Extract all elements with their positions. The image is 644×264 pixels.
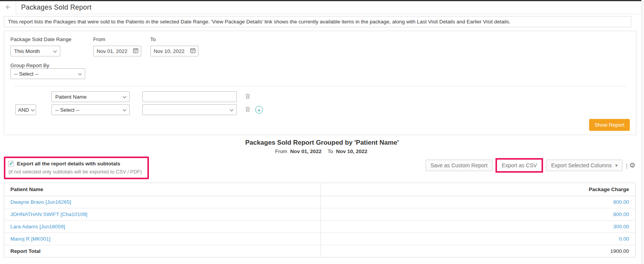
export-subtotals-note: (if not selected only subtotals will be … [8,169,142,175]
condition-row-2: AND -- Select -- + [10,104,630,115]
export-subtotals-label: Export all the report details with subto… [17,161,120,167]
group-by-label: Group Report By [10,63,49,68]
filter-divider [14,86,626,86]
annotation-highlight-export-csv: Export as CSV [495,158,543,173]
report-date-range: From Nov 01, 2022 To Nov 10, 2022 [0,148,644,154]
export-selected-columns-label: Export Selected Columns [551,162,612,168]
condition-2-delete-button[interactable] [245,106,250,114]
date-range-select[interactable]: This Month [10,46,60,56]
date-range-label: Package Sold Date Range [10,36,76,42]
report-total-label: Report Total [4,245,321,257]
package-charge-value: 0.00 [321,233,636,245]
package-charge-value: 800.00 [321,196,636,208]
chevron-down-icon [230,107,234,111]
chevron-down-icon [78,71,82,75]
calendar-icon [133,48,139,54]
trash-icon [245,93,250,101]
vertical-scrollbar[interactable] [641,0,644,264]
report-heading: Packages Sold Report Grouped by 'Patient… [0,139,644,154]
patient-link[interactable]: Lara Adams [Jun16059] [10,224,65,229]
condition-2-operator-select[interactable]: AND [15,104,36,115]
export-subtotals-checkbox[interactable] [8,161,14,167]
page-title: Packages Sold Report [21,3,91,12]
patient-link[interactable]: Dwayne Bravo [Jun16265] [10,199,71,205]
report-toolbar: Export all the report details with subto… [4,157,636,179]
annotation-highlight-export-subtotals: Export all the report details with subto… [4,157,149,179]
export-csv-button[interactable]: Export as CSV [497,160,542,171]
condition-2-value-select[interactable] [142,104,237,115]
filter-panel: Package Sold Date Range This Month From … [4,31,636,135]
table-header-row: Patient Name Package Charge [4,183,636,196]
report-total-value: 1900.00 [321,245,636,257]
to-date-field [150,46,198,56]
column-header-patient-name[interactable]: Patient Name [4,183,321,196]
report-total-row: Report Total 1900.00 [4,245,636,257]
export-buttons: Save as Custom Report Export as CSV Expo… [426,158,636,173]
chevron-down-icon [31,107,35,111]
report-description: This report lists the Packages that were… [4,16,631,27]
condition-2-field-select[interactable]: -- Select -- [51,104,130,115]
range-from-value: Nov 01, 2022 [290,148,322,154]
condition-2-field-selected: -- Select -- [55,107,79,113]
calendar-icon [190,48,196,54]
toolbar-separator: | [626,162,627,169]
from-calendar-button[interactable] [130,46,141,56]
table-row: JOHNATHAN SWIFT [Cha10109] 800.00 [4,208,636,221]
date-range-group: Package Sold Date Range This Month [10,36,76,56]
chevron-down-icon [53,49,57,53]
package-charge-value: 800.00 [321,208,636,221]
group-by-selected: -- Select -- [14,71,38,77]
to-calendar-button[interactable] [188,46,198,56]
condition-row-1: Patient Name [10,91,630,102]
save-custom-report-button[interactable]: Save as Custom Report [426,160,493,171]
to-date-group: To [150,36,198,56]
from-date-field [93,46,141,56]
caret-down-icon: ▾ [615,163,618,168]
condition-1-value-input[interactable] [143,94,236,100]
range-from-label: From [275,148,287,154]
patient-link[interactable]: JOHNATHAN SWIFT [Cha10109] [10,211,88,217]
packages-sold-table: Patient Name Package Charge Dwayne Bravo… [4,183,636,257]
report-title: Packages Sold Report Grouped by 'Patient… [0,139,644,147]
from-label: From [93,36,141,42]
export-subtotals-option[interactable]: Export all the report details with subto… [8,161,142,167]
export-selected-columns-button[interactable]: Export Selected Columns ▾ [546,160,623,171]
group-by-select[interactable]: -- Select -- [10,68,85,79]
add-condition-button[interactable]: + [255,106,263,114]
chevron-down-icon [123,107,127,111]
range-to-value: Nov 10, 2022 [336,148,368,154]
condition-1-value-field [142,91,237,102]
date-range-selected: This Month [14,48,40,54]
chevron-down-icon [123,94,127,98]
settings-gear-button[interactable]: ⚙ [629,162,636,169]
table-row: Lara Adams [Jun16059] 300.00 [4,221,636,233]
to-date-input[interactable] [151,48,188,54]
table-row: Manoj R [MK001] 0.00 [4,233,636,245]
condition-1-field-select[interactable]: Patient Name [51,91,130,102]
group-by-group: Group Report By -- Select -- [10,63,630,79]
trash-icon [245,106,250,114]
arrow-left-icon [4,4,12,12]
from-date-group: From [93,36,141,56]
back-button[interactable] [0,1,16,14]
plus-circle-icon: + [255,106,263,114]
from-date-input[interactable] [94,48,130,54]
condition-1-delete-button[interactable] [245,93,250,101]
to-label: To [150,36,198,42]
range-to-label: To [328,148,333,154]
condition-2-operator-selected: AND [18,107,29,113]
column-header-package-charge[interactable]: Package Charge [321,183,636,196]
table-row: Dwayne Bravo [Jun16265] 800.00 [4,196,636,208]
patient-link[interactable]: Manoj R [MK001] [10,236,50,242]
app-header: Packages Sold Report [0,1,644,14]
package-charge-value: 300.00 [321,221,636,233]
condition-1-field-selected: Patient Name [55,94,87,100]
show-report-row: Show Report [10,119,630,131]
show-report-button[interactable]: Show Report [589,119,630,131]
